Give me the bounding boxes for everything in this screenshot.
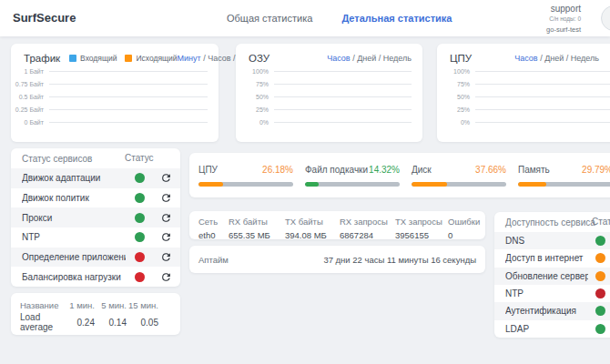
y-tick-label: 0% (437, 119, 475, 126)
refresh-service-button[interactable] (160, 211, 173, 224)
metric-value: 26.18% (262, 165, 293, 175)
availability-header: Доступность сервиса Статус (494, 212, 610, 232)
y-tick-label: 100% (236, 68, 274, 75)
refresh-service-button[interactable] (160, 270, 173, 283)
traffic-legend: Входящий Исходящий (69, 54, 177, 63)
service-row: Балансировка нагрузки (11, 267, 180, 287)
legend-inbound: Входящий (69, 54, 117, 63)
service-label: NTP (22, 232, 126, 242)
ram-card-title: ОЗУ (249, 53, 269, 64)
y-tick-label: 0.25 Байт (11, 106, 49, 113)
ram-range-switcher: ЧасовДнейНедель (327, 54, 412, 63)
refresh-icon (160, 251, 172, 263)
col-header: TX запросы (395, 217, 448, 227)
y-tick-label: 1 Байт (11, 68, 49, 75)
col-header: Сеть (198, 217, 229, 227)
service-label: Прокси (22, 213, 126, 223)
refresh-service-button[interactable] (160, 251, 173, 264)
legend-outbound-label: Исходящий (136, 54, 177, 63)
y-tick-label: 75% (236, 81, 274, 87)
gridline (475, 71, 610, 72)
services-status-card: Статус сервисов Статус Движок адаптации … (11, 148, 180, 287)
status-dot (135, 193, 145, 203)
y-tick-label: 25% (236, 106, 274, 113)
disk-metric: Диск 37.66% (412, 165, 506, 187)
availability-title: Доступность сервиса (505, 217, 595, 228)
y-tick-label: 0 Байт (11, 119, 49, 126)
gridline (49, 122, 208, 123)
load-1min: 0.24 (65, 318, 95, 328)
gridline (49, 71, 208, 72)
metric-progressbar (518, 182, 610, 187)
errors: 0 (448, 230, 476, 240)
y-tick-label: 25% (437, 106, 475, 113)
load-name: Load average (20, 312, 63, 332)
refresh-service-button[interactable] (160, 172, 173, 185)
gridline (475, 109, 610, 110)
gridline (49, 109, 208, 110)
range-minutes[interactable]: Минут (178, 54, 201, 63)
refresh-icon (160, 212, 172, 224)
node-serial-label: С/н ноды: 0 (546, 15, 581, 23)
availability-label: DNS (505, 236, 588, 246)
gridline (475, 122, 610, 123)
traffic-chart-card: Трафик Входящий Исходящий МинутЧасовДней… (11, 44, 219, 142)
refresh-service-button[interactable] (160, 231, 173, 244)
metric-value: 14.32% (369, 165, 400, 175)
range-weeks[interactable]: Недель (376, 54, 412, 63)
range-hours[interactable]: Часов (514, 54, 537, 63)
ram-chart-grid: 100% 75% 50% 25% 0% (236, 65, 422, 128)
range-hours[interactable]: Часов (327, 54, 350, 63)
node-name-label[interactable]: go-surf-test (546, 25, 581, 34)
traffic-chart-grid: 1 Байт 0.75 Байт 0.5 Байт 0.25 Байт 0 Ба… (11, 65, 219, 128)
availability-label: LDAP (505, 324, 588, 334)
network-table-card: Сеть RX байты TX байты RX запросы TX зап… (189, 211, 485, 239)
metric-value: 29.79% (582, 165, 610, 175)
cpu-range-switcher: ЧасовДнейНедель (514, 54, 610, 63)
service-label: Балансировка нагрузки (22, 272, 126, 282)
refresh-service-button[interactable] (160, 192, 173, 205)
range-days[interactable]: Дней (538, 54, 564, 63)
cpu-card-title: ЦПУ (450, 53, 472, 64)
y-tick-label: 50% (437, 94, 475, 100)
memory-metric: Память 29.79% (518, 165, 610, 187)
y-tick-label: 0.75 Байт (11, 81, 49, 87)
col-header: 1 мин. (65, 300, 95, 310)
refresh-icon (160, 172, 172, 184)
tab-general-stats[interactable]: Общая статистика (227, 13, 312, 24)
legend-outbound: Исходящий (125, 54, 177, 63)
range-weeks[interactable]: Недель (564, 54, 599, 63)
swap-metric: Файл подкачки 14.32% (305, 165, 400, 187)
cpu-chart-grid: 100% 75% 50% 25% 0% (437, 65, 610, 128)
interface-name: eth0 (198, 230, 229, 240)
gridline (475, 96, 610, 97)
status-dot (595, 271, 605, 281)
ram-chart-card: ОЗУ ЧасовДнейНедель 100% 75% 50% 25% 0% (236, 44, 422, 142)
range-hours[interactable]: Часов (201, 54, 231, 63)
service-row: Прокси (11, 207, 180, 228)
col-header: TX байты (285, 217, 340, 227)
gridline (274, 84, 412, 85)
rx-bytes: 655.35 МБ (229, 230, 285, 240)
services-title: Статус сервисов (22, 154, 92, 164)
y-tick-label: 50% (236, 94, 274, 100)
status-dot (595, 253, 605, 263)
availability-label: Обновление серверов (505, 271, 588, 281)
gridline (274, 109, 412, 110)
col-header: 15 мин. (128, 300, 158, 310)
status-dot (595, 288, 605, 298)
tx-bytes: 394.08 МБ (285, 230, 340, 240)
tab-detailed-stats[interactable]: Детальная статистика (341, 13, 452, 24)
metric-progressbar (198, 182, 293, 187)
service-label: Определение приложения (22, 252, 126, 262)
gridline (274, 122, 412, 123)
range-days[interactable]: Дней (351, 54, 377, 63)
services-rows: Движок адаптации Движок политик Прокси N… (11, 168, 180, 287)
user-avatar[interactable] (601, 5, 610, 31)
metric-label: Диск (412, 165, 432, 175)
user-info: support С/н ноды: 0 go-surf-test (546, 4, 581, 34)
availability-row: Аутентификация (494, 302, 610, 319)
load-average-row: Load average 0.24 0.14 0.05 (20, 313, 171, 331)
availability-row: DNS (494, 232, 610, 249)
status-dot (135, 272, 145, 282)
